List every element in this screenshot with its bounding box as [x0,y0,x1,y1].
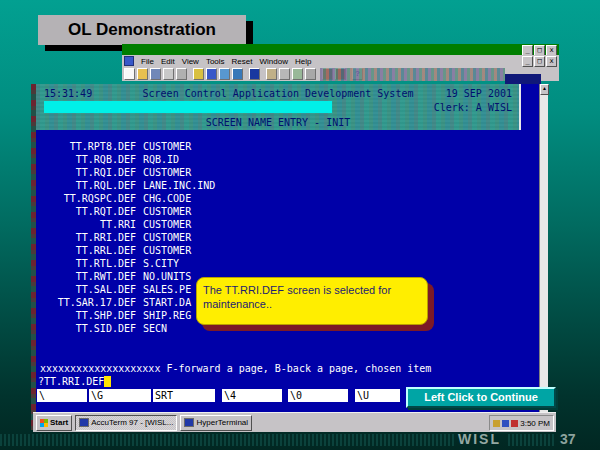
file-value: CUSTOMER [143,219,191,230]
tool2-icon[interactable] [279,68,290,80]
menu-items: FileEditViewToolsResetWindowHelp [134,57,311,66]
file-row[interactable]: TT.RRL.DEFCUSTOMER [36,245,539,258]
file-value: SECN [143,323,167,334]
file-value: CUSTOMER [143,245,191,256]
child-minimize-icon[interactable]: _ [522,56,533,67]
menu-window[interactable]: Window [259,57,287,66]
file-name: TT.RPT8.DEF [36,141,136,152]
slide-title-text: OL Demonstration [68,20,216,40]
start-button[interactable]: Start [36,415,72,431]
screen-name-input[interactable] [44,101,332,113]
task-button[interactable]: AccuTerm 97 - [WISL... [75,415,177,431]
header-screen-name: SCREEN NAME ENTRY - INIT [36,117,520,128]
function-field[interactable]: \4 [222,389,282,402]
system-tray: 3:50 PM [489,415,554,431]
text-cursor [104,376,111,387]
file-name: TT.RRI [36,219,136,230]
capture-icon[interactable] [232,68,243,80]
continue-button-label: Left Click to Continue [424,391,538,403]
menu-tools[interactable]: Tools [206,57,225,66]
file-row[interactable]: TT.RRICUSTOMER [36,219,539,232]
paste-icon[interactable] [193,68,204,80]
terminal-screen: 15:31:49 Screen Control Application Deve… [36,84,539,412]
file-row[interactable]: TT.RTL.DEFS.CITY [36,258,539,271]
file-value: NO.UNITS [143,271,191,282]
scroll-up-icon[interactable]: ▲ [540,84,549,95]
clock: 3:50 PM [520,419,550,428]
volume-icon[interactable] [493,420,500,427]
preview-icon[interactable] [176,68,187,80]
task-app-icon [79,418,89,427]
continue-button[interactable]: Left Click to Continue [406,387,556,408]
function-field[interactable]: \G [89,389,151,402]
file-value: CUSTOMER [143,141,191,152]
function-field[interactable]: \ [37,389,87,402]
function-field[interactable]: SRT [153,389,215,402]
menu-file[interactable]: File [141,57,154,66]
window-titlebar[interactable]: _ □ x [122,44,559,55]
open-folder-icon[interactable] [137,68,148,80]
display-icon[interactable] [502,420,509,427]
tray-app-icon[interactable] [511,420,518,427]
scrollbar[interactable]: ▲ [539,84,548,412]
file-value: CHG.CODE [143,193,191,204]
file-name: TT.RQT.DEF [36,206,136,217]
print-icon[interactable] [163,68,174,80]
barcode-left [0,434,454,446]
file-name: TT.RQSPC.DEF [36,193,136,204]
file-row[interactable]: TT.RPT8.DEFCUSTOMER [36,141,539,154]
file-value: CUSTOMER [143,167,191,178]
menu-edit[interactable]: Edit [161,57,175,66]
start-label: Start [50,418,68,427]
taskbar: Start AccuTerm 97 - [WISL...HyperTermina… [33,412,556,432]
file-name: TT.RRI.DEF [36,232,136,243]
child-restore-icon[interactable]: □ [534,56,545,67]
terminal-header: 15:31:49 Screen Control Application Deve… [36,84,520,130]
prompt-line: xxxxxxxxxxxxxxxxxxxx F-forward a page, B… [40,363,431,374]
tool4-icon[interactable] [305,68,316,80]
toolbar-noise-artifact [320,68,505,81]
header-edge-sliver [519,84,521,130]
menu-view[interactable]: View [182,57,199,66]
file-value: SALES.PE [143,284,191,295]
file-row[interactable]: TT.RQSPC.DEFCHG.CODE [36,193,539,206]
file-row[interactable]: TT.RQL.DEFLANE.INC.IND [36,180,539,193]
file-value: START.DA [143,297,191,308]
zoom-icon[interactable] [219,68,230,80]
file-name: TT.RRL.DEF [36,245,136,256]
task-app-icon [184,418,194,427]
barcode-middle [508,434,554,446]
file-row[interactable]: TT.RQI.DEFCUSTOMER [36,167,539,180]
edit-icon[interactable] [206,68,217,80]
file-value: SHIP.REG [143,310,191,321]
file-row[interactable]: TT.RRI.DEFCUSTOMER [36,232,539,245]
file-name: TT.RTL.DEF [36,258,136,269]
file-value: LANE.INC.IND [143,180,215,191]
file-name: TT.RQB.DEF [36,154,136,165]
file-name: TT.RQI.DEF [36,167,136,178]
menu-reset[interactable]: Reset [232,57,253,66]
slide: OL Demonstration _ □ x FileEditViewTools… [0,0,600,450]
function-field[interactable]: \U [355,389,400,402]
task-button[interactable]: HyperTerminal [180,415,252,431]
tooltip-text: The TT.RRI.DEF screen is selected for ma… [203,284,391,310]
file-name: TT.SAR.17.DEF [36,297,136,308]
command-line[interactable]: ?TT.RRI.DEF [38,376,111,387]
save-icon[interactable] [150,68,161,80]
child-close-icon[interactable]: x [546,56,557,67]
slide-title: OL Demonstration [38,15,246,45]
file-row[interactable]: TT.RQT.DEFCUSTOMER [36,206,539,219]
header-clerk: Clerk: A WISL [434,102,512,113]
function-field[interactable]: \0 [288,389,348,402]
tool3-icon[interactable] [292,68,303,80]
tool1-icon[interactable] [266,68,277,80]
new-file-icon[interactable] [124,68,135,80]
file-name: TT.RQL.DEF [36,180,136,191]
command-text: ?TT.RRI.DEF [38,376,104,387]
file-name: TT.SID.DEF [36,323,136,334]
footer-brand: WISL [458,431,501,447]
menu-help[interactable]: Help [295,57,311,66]
session-icon[interactable] [249,68,260,80]
windows-logo-icon [40,419,48,427]
file-row[interactable]: TT.RQB.DEFRQB.ID [36,154,539,167]
